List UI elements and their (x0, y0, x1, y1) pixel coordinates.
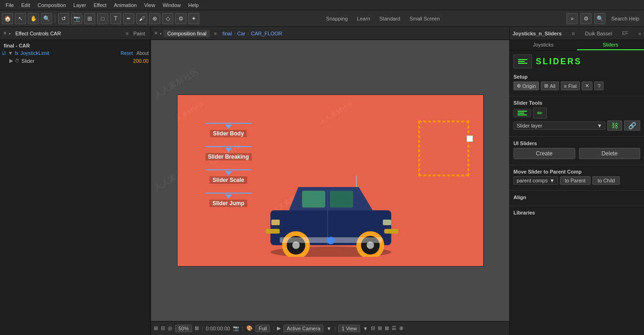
brush-tool[interactable]: 🖌 (136, 13, 147, 24)
menu-file[interactable]: File (2, 1, 18, 9)
vc-icon2[interactable]: ⊞ (378, 325, 382, 331)
menu-composition[interactable]: Composition (34, 1, 70, 9)
vc-view-expand[interactable]: ▼ (363, 326, 368, 331)
x-button[interactable]: ✕ (582, 81, 592, 90)
settings-icon[interactable]: ⚙ (580, 13, 591, 24)
rect-tool[interactable]: □ (97, 13, 108, 24)
stopwatch[interactable]: ⏱ (15, 58, 20, 63)
slider-tool-main[interactable] (513, 109, 531, 117)
comp-tab-menu[interactable]: ≡ (214, 31, 217, 36)
select-tool[interactable]: ↖ (15, 13, 26, 24)
left-panel: ✕ ▪ Effect Controls CAR ≡ Paint final - … (0, 27, 151, 335)
rp-expand[interactable]: » (638, 31, 641, 36)
rp-menu-icon[interactable]: ≡ (572, 31, 575, 36)
vc-resize-icon[interactable]: ⊠ (195, 325, 199, 331)
standard-label[interactable]: Standard (377, 15, 403, 22)
sliders-title: SLIDERS (536, 57, 582, 67)
vc-expand-icon[interactable]: ▼ (326, 326, 331, 331)
comp-canvas: 人人素材社区 人人素材社区 人人素材社区 人人素材社区 Slider Body (177, 94, 484, 267)
puppet-pin[interactable]: ✦ (188, 13, 199, 24)
left-panel-header: ✕ ▪ Effect Controls CAR ≡ Paint (0, 27, 151, 40)
vc-mask-icon[interactable]: ◎ (168, 325, 172, 331)
vc-icon4[interactable]: ☰ (392, 325, 396, 331)
vc-grid-icon[interactable]: ⊟ (161, 325, 165, 331)
snapping-label: Snapping (323, 15, 351, 22)
create-button[interactable]: Create (513, 148, 575, 159)
clone-tool[interactable]: ⊕ (149, 13, 160, 24)
small-screen-label[interactable]: Small Screen (407, 15, 442, 22)
vc-preview-icon[interactable]: ▶ (277, 325, 281, 331)
about-btn[interactable]: About (137, 51, 149, 56)
center-area: ✕ ▪ Composition final ≡ final › Car › CA… (151, 27, 509, 335)
zoom-tool[interactable]: 🔍 (41, 13, 52, 24)
delete-button[interactable]: Delete (579, 148, 641, 159)
slider-breaking-group: Slider Breaking (205, 146, 252, 161)
menu-edit[interactable]: Edit (18, 1, 34, 9)
libraries-label: Libraries (513, 210, 640, 215)
parent-comps-select[interactable]: parent comps ▼ (513, 176, 558, 185)
to-parent-button[interactable]: to Parent (560, 176, 591, 185)
slider-expand[interactable]: ▶ (9, 58, 13, 64)
breadcrumb-car[interactable]: Car (237, 31, 246, 36)
flat-button[interactable]: ≡ Flat (561, 81, 580, 90)
vc-quality[interactable]: Full (256, 325, 270, 332)
tab-effect-controls[interactable]: Effect Controls CAR (13, 30, 64, 37)
comp-close[interactable]: ✕ (154, 30, 158, 36)
origin-button[interactable]: ⊕ Origin (513, 81, 539, 90)
all-button[interactable]: ⊞ All (541, 81, 559, 90)
hand-tool[interactable]: ✋ (28, 13, 39, 24)
expand-arrow[interactable]: ▼ (8, 50, 13, 56)
menu-layer[interactable]: Layer (70, 1, 90, 9)
eraser-tool[interactable]: ◇ (162, 13, 173, 24)
menu-help[interactable]: Help (184, 1, 203, 9)
text-tool[interactable]: T (110, 13, 121, 24)
rotate-tool[interactable]: ↺ (58, 13, 69, 24)
flat-label: Flat (568, 83, 577, 89)
tab-sliders[interactable]: Sliders (577, 40, 644, 50)
slider-layer-select[interactable]: Slider layer ▼ (513, 121, 605, 130)
tab-paint[interactable]: Paint (131, 30, 148, 37)
vc-view[interactable]: 1 View (338, 325, 360, 332)
joystick-effect-name[interactable]: JoystickLimit (20, 50, 49, 56)
comp-tab-active[interactable]: Composition final (164, 30, 210, 37)
align-section: Align (510, 193, 644, 204)
parent-comps-arrow: ▼ (550, 178, 555, 183)
chain-link-btn[interactable]: ⛓ (607, 121, 622, 131)
expand-icon[interactable]: » (566, 13, 578, 24)
tab-joysticks[interactable]: Joysticks (510, 40, 577, 50)
vc-icon5[interactable]: ⊕ (399, 325, 403, 331)
vc-camera-icon[interactable]: 📷 (233, 325, 239, 331)
vc-color-icon[interactable]: 🎨 (246, 325, 253, 331)
slider-tool-edit[interactable]: ✏ (533, 107, 547, 119)
to-child-button[interactable]: to Child (592, 176, 620, 185)
fx-checkbox[interactable]: ☑ (2, 51, 6, 56)
vc-camera-select[interactable]: Active Camera (283, 325, 323, 332)
vc-icon1[interactable]: ⊟ (371, 325, 375, 331)
puppet-tool[interactable]: ⊞ (84, 13, 95, 24)
menu-view[interactable]: View (140, 1, 159, 9)
menu-animation[interactable]: Animation (110, 1, 140, 9)
panel-close[interactable]: ✕ (3, 30, 7, 36)
panel-menu[interactable]: ≡ (126, 31, 129, 36)
divider4 (510, 190, 644, 191)
breadcrumb-final[interactable]: final (223, 31, 232, 36)
camera-tool[interactable]: 📷 (71, 13, 82, 24)
breadcrumb-carfloor[interactable]: CAR_FLOOR (251, 31, 282, 36)
menu-effect[interactable]: Effect (90, 1, 110, 9)
menu-window[interactable]: Window (159, 1, 184, 9)
toolbar-right: » ⚙ 🔍 Search Help (566, 13, 642, 24)
reset-btn[interactable]: Reset (121, 51, 133, 56)
x-icon: ✕ (585, 83, 589, 89)
vc-zoom[interactable]: 50% (175, 325, 192, 332)
roto-tool[interactable]: ⚙ (175, 13, 186, 24)
learn-label[interactable]: Learn (354, 15, 373, 22)
vc-icon3[interactable]: ⊠ (385, 325, 389, 331)
pen-tool[interactable]: ✒ (123, 13, 134, 24)
chain-unlink-btn[interactable]: 🔗 (624, 121, 640, 131)
vc-snap-icon[interactable]: ⊞ (154, 325, 158, 331)
move-slider-title: Move Slider to Parent Comp (513, 169, 640, 174)
home-button[interactable]: 🏠 (2, 13, 13, 24)
svg-rect-14 (384, 229, 398, 234)
search-icon[interactable]: 🔍 (594, 13, 605, 24)
help-button[interactable]: ? (594, 81, 604, 90)
